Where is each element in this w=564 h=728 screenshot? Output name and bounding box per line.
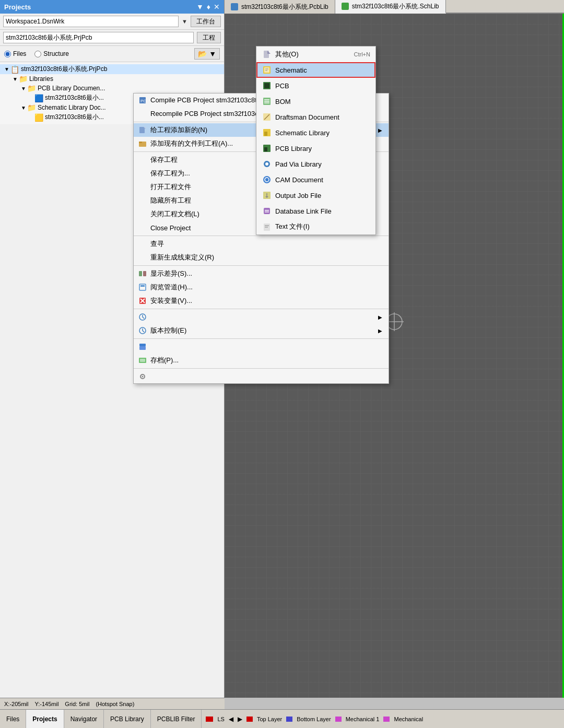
svg-rect-42 <box>264 147 267 151</box>
project-input[interactable] <box>3 32 194 43</box>
status-tab-pcb-library[interactable]: PCB Library <box>104 710 151 728</box>
menu-item-search[interactable]: 查寻 <box>134 237 389 251</box>
submenu-item-sch-lib[interactable]: Schematic Library <box>256 125 375 140</box>
submenu-item-pcb-lib[interactable]: PCB Library <box>256 140 375 156</box>
pin-button[interactable]: ▼ <box>196 3 204 11</box>
menu-item-archive[interactable] <box>134 340 389 354</box>
submenu-item-bom[interactable]: BOM <box>256 93 375 109</box>
mech-layer-color <box>383 717 390 722</box>
project-row: 工程 <box>0 30 224 46</box>
submenu-item-bom-label: BOM <box>275 98 291 105</box>
submenu-item-pad-via[interactable]: Pad Via Library <box>256 156 375 172</box>
status-bar: Files Projects Navigator PCB Library PCB… <box>0 709 564 728</box>
svg-rect-19 <box>139 344 146 346</box>
structure-radio[interactable] <box>34 51 41 57</box>
separator-6 <box>134 338 389 339</box>
status-tab-navigator-label: Navigator <box>70 715 97 723</box>
separator-3 <box>134 236 389 236</box>
close-project-icon <box>138 223 147 232</box>
submenu-item-draftsman-label: Draftsman Document <box>275 113 339 121</box>
save-as-icon <box>138 169 147 178</box>
tab-pcblib[interactable]: stm32f103c8t6最小系统.PcbLib <box>225 0 335 14</box>
float-button[interactable]: ♦ <box>207 3 210 11</box>
menu-item-params[interactable] <box>134 370 389 383</box>
menu-item-regen[interactable]: 重新生成线束定义(R) <box>134 251 389 264</box>
status-tab-navigator[interactable]: Navigator <box>64 710 104 728</box>
structure-radio-label[interactable]: Structure <box>34 50 69 57</box>
view-mode-row: Files Structure 📂 ▼ <box>0 46 224 62</box>
tab-schlib[interactable]: stm32f103c8t6最小系统.SchLib <box>335 0 446 14</box>
files-radio[interactable] <box>4 51 11 57</box>
version-arrow: ▶ <box>378 314 382 320</box>
mech-layer-label: Mechanical <box>394 716 423 722</box>
status-right: LS ◀ ▶ Top Layer Bottom Layer Mechanical… <box>206 715 423 723</box>
workspace-input[interactable] <box>3 16 179 27</box>
save-icon <box>138 155 147 165</box>
svg-rect-52 <box>265 212 269 213</box>
version-icon <box>138 312 147 322</box>
status-tab-pcblib-filter[interactable]: PCBLIB Filter <box>151 710 202 728</box>
submenu-item-text[interactable]: Text 文件(I) <box>256 219 375 234</box>
files-radio-text: Files <box>13 50 26 57</box>
coord-y: Y:-145mil <box>34 701 58 707</box>
top-layer-color <box>246 717 253 722</box>
submenu-item-pcb[interactable]: PCB <box>256 78 375 93</box>
workspace-button[interactable]: 工作台 <box>191 16 221 27</box>
submenu-item-cam[interactable]: CAM Document <box>256 172 375 187</box>
close-panel-button[interactable]: ✕ <box>214 3 220 11</box>
submenu-item-other[interactable]: 其他(O) Ctrl+N <box>256 46 375 62</box>
other-shortcut: Ctrl+N <box>354 51 370 57</box>
tree-item-pcblib-file-label: stm32f103c8t6最小... <box>45 93 104 102</box>
menu-item-version[interactable]: ▶ <box>134 310 389 324</box>
sch-lib-icon <box>262 127 272 138</box>
separator-5 <box>134 309 389 309</box>
svg-rect-5 <box>139 127 145 133</box>
submenu-item-pcb-lib-label: PCB Library <box>275 145 312 152</box>
layer-prev-btn[interactable]: ◀ <box>229 715 233 723</box>
tree-item-libraries[interactable]: ▼ 📁 Libraries <box>0 74 224 84</box>
tree-item-schlib-folder-label: Schematic Library Doc... <box>38 104 106 111</box>
tab-bar: stm32f103c8t6最小系统.PcbLib stm32f103c8t6最小… <box>225 0 564 14</box>
regen-icon <box>138 253 147 262</box>
mech1-layer-color <box>335 717 342 722</box>
separator-4 <box>134 265 389 266</box>
submenu-item-output-job[interactable]: Output Job File <box>256 187 375 203</box>
menu-item-show-diff[interactable]: 显示差异(S)... <box>134 267 389 280</box>
status-tab-projects[interactable]: Projects <box>26 710 64 728</box>
submenu-item-output-job-label: Output Job File <box>275 192 321 199</box>
open-folder-button[interactable]: 📂 ▼ <box>194 48 220 60</box>
panel-titlebar: Projects ▼ ♦ ✕ <box>0 0 224 14</box>
submenu-item-draftsman[interactable]: Draftsman Document <box>256 109 375 125</box>
menu-item-local-history[interactable]: 版本控制(E) ▶ <box>134 324 389 337</box>
project-button[interactable]: 工程 <box>197 32 221 43</box>
submenu-item-text-label: Text 文件(I) <box>275 222 310 231</box>
menu-item-browse[interactable]: 阅览管道(H)... <box>134 280 389 294</box>
menu-item-releaser[interactable]: 存档(P)... <box>134 354 389 367</box>
submenu-item-pcb-label: PCB <box>275 82 289 90</box>
pcb-lib-icon <box>262 143 272 154</box>
tree-item-root[interactable]: ▼ 📋 stm32f103c8t6最小系统.PrjPcb <box>0 64 224 74</box>
menu-item-install-var[interactable]: 安装变量(V)... <box>134 294 389 308</box>
releaser-icon <box>138 356 147 365</box>
pad-via-icon <box>262 159 272 169</box>
submenu-item-db-link[interactable]: Database Link File <box>256 203 375 219</box>
submenu-item-schematic-label: Schematic <box>275 66 307 74</box>
svg-rect-51 <box>265 210 269 211</box>
compile-icon: PCB <box>138 96 147 105</box>
menu-item-search-label: 查寻 <box>150 239 382 249</box>
svg-rect-28 <box>264 67 269 73</box>
close-doc-icon <box>138 209 147 219</box>
submenu-item-schematic[interactable]: Schematic <box>256 62 375 78</box>
draftsman-icon <box>262 112 272 122</box>
status-tab-files[interactable]: Files <box>0 710 26 728</box>
svg-rect-13 <box>140 285 145 287</box>
ls-label: LS <box>217 716 224 722</box>
text-icon <box>262 221 272 232</box>
files-radio-label[interactable]: Files <box>4 50 26 57</box>
menu-item-local-history-label: 版本控制(E) <box>150 326 375 335</box>
workspace-dropdown-arrow[interactable]: ▼ <box>182 18 187 25</box>
tree-item-pcblib-folder[interactable]: ▼ 📁 PCB Library Documen... <box>0 84 224 93</box>
open-icon <box>138 182 147 192</box>
layer-next-btn[interactable]: ▶ <box>238 715 242 723</box>
svg-rect-9 <box>139 142 142 143</box>
